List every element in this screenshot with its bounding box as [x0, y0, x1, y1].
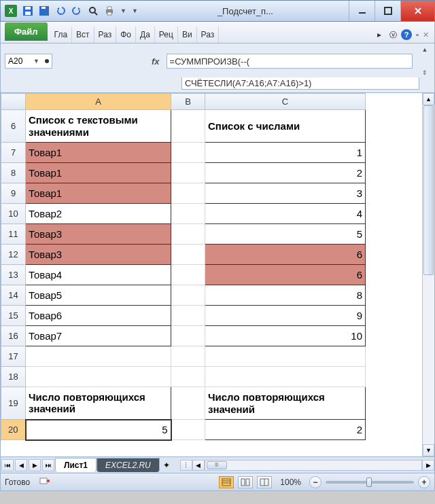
- cell-B18[interactable]: [171, 367, 205, 387]
- fx-icon[interactable]: fx: [152, 56, 160, 67]
- cell-B7[interactable]: [171, 143, 205, 163]
- scroll-down-button[interactable]: ▼: [423, 444, 434, 456]
- view-normal-button[interactable]: [219, 476, 234, 488]
- formula-input[interactable]: =СУММПРОИЗВ(--(: [167, 54, 413, 69]
- qat-dropdown2-icon[interactable]: ▼: [132, 7, 138, 14]
- cell-A8[interactable]: Товар1: [26, 163, 171, 183]
- sheet-nav-prev[interactable]: ◀: [15, 459, 27, 471]
- hscroll-right-button[interactable]: ▶: [422, 460, 434, 471]
- hscroll-thumb[interactable]: Ⅲ: [207, 461, 227, 469]
- row-header-12[interactable]: 12: [1, 245, 26, 265]
- hscroll-track[interactable]: Ⅲ: [205, 460, 422, 471]
- ribbon-tab-6[interactable]: Ви: [178, 26, 197, 43]
- cell-C9[interactable]: 3: [205, 183, 366, 204]
- minimize-button[interactable]: [349, 1, 375, 21]
- cell-B14[interactable]: [171, 285, 205, 306]
- cell-C12[interactable]: 6: [205, 245, 366, 265]
- cell-C14[interactable]: 8: [205, 285, 366, 306]
- ribbon-tab-0[interactable]: Гла: [50, 26, 73, 43]
- ribbon-tab-5[interactable]: Рец: [155, 26, 178, 43]
- file-tab[interactable]: Файл: [5, 22, 48, 41]
- cell-C8[interactable]: 2: [205, 163, 366, 183]
- ribbon-minimize-icon[interactable]: ⓥ: [389, 30, 397, 40]
- formula-collapse-icon[interactable]: ▲: [419, 46, 430, 53]
- print-icon[interactable]: [104, 5, 115, 16]
- zoom-slider-thumb[interactable]: [366, 478, 372, 487]
- sheet-nav-last[interactable]: ⏭: [42, 459, 54, 471]
- cell-C7[interactable]: 1: [205, 143, 366, 163]
- cell-A16[interactable]: Товар7: [26, 326, 171, 346]
- cell-C15[interactable]: 9: [205, 306, 366, 326]
- redo-icon[interactable]: [71, 5, 82, 16]
- row-header-7[interactable]: 7: [1, 143, 26, 163]
- ribbon-tab-3[interactable]: Фо: [116, 26, 136, 43]
- cell-A6[interactable]: Список с текстовыми значениями: [26, 110, 171, 143]
- hscroll-split[interactable]: ⋮: [180, 460, 192, 471]
- zoom-percent[interactable]: 100%: [280, 478, 301, 487]
- cell-B16[interactable]: [171, 326, 205, 346]
- cell-C11[interactable]: 5: [205, 224, 366, 245]
- cell-A9[interactable]: Товар1: [26, 183, 171, 204]
- ribbon-tab-1[interactable]: Вст: [72, 26, 94, 43]
- row-header-10[interactable]: 10: [1, 204, 26, 224]
- cell-B10[interactable]: [171, 204, 205, 224]
- vertical-scrollbar[interactable]: ▲ ▼: [422, 93, 434, 456]
- cell-C20[interactable]: 2: [205, 420, 366, 440]
- zoom-out-button[interactable]: −: [309, 476, 321, 488]
- cell-B19[interactable]: [171, 387, 205, 420]
- cell-A18[interactable]: [26, 367, 171, 387]
- doc-restore-icon[interactable]: ▫: [416, 31, 419, 39]
- name-box[interactable]: A20 ▼: [5, 54, 52, 69]
- ribbon-tab-4[interactable]: Да: [136, 26, 155, 43]
- row-header-11[interactable]: 11: [1, 224, 26, 245]
- close-button[interactable]: [400, 1, 434, 21]
- undo-icon[interactable]: [55, 5, 66, 16]
- cell-B12[interactable]: [171, 245, 205, 265]
- cell-B13[interactable]: [171, 265, 205, 285]
- cell-A14[interactable]: Товар5: [26, 285, 171, 306]
- zoom-slider[interactable]: [326, 481, 414, 484]
- row-header-15[interactable]: 15: [1, 306, 26, 326]
- cell-A12[interactable]: Товар3: [26, 245, 171, 265]
- cell-B20[interactable]: [171, 420, 205, 440]
- cell-C10[interactable]: 4: [205, 204, 366, 224]
- cell-B11[interactable]: [171, 224, 205, 245]
- row-header-13[interactable]: 13: [1, 265, 26, 285]
- cells-table[interactable]: ABC6Список с текстовыми значениямиСписок…: [1, 93, 366, 441]
- cell-B15[interactable]: [171, 306, 205, 326]
- cell-A20[interactable]: 5: [26, 420, 171, 440]
- row-header-18[interactable]: 18: [1, 367, 26, 387]
- cell-B17[interactable]: [171, 346, 205, 367]
- sheet-tab-active[interactable]: Лист1: [55, 458, 97, 472]
- scroll-track[interactable]: [423, 105, 434, 444]
- cell-A13[interactable]: Товар4: [26, 265, 171, 285]
- horizontal-scrollbar[interactable]: ⋮ ◀ Ⅲ ▶: [180, 460, 434, 471]
- cell-C13[interactable]: 6: [205, 265, 366, 285]
- name-box-dropdown-icon[interactable]: ▼: [33, 58, 39, 65]
- qat-dropdown-icon[interactable]: ▼: [120, 7, 126, 14]
- col-header-A[interactable]: A: [26, 94, 171, 110]
- row-header-9[interactable]: 9: [1, 183, 26, 204]
- new-sheet-icon[interactable]: ✦: [160, 461, 173, 470]
- cell-C16[interactable]: 10: [205, 326, 366, 346]
- hscroll-left-button[interactable]: ◀: [192, 460, 205, 471]
- help-icon[interactable]: ?: [401, 29, 412, 40]
- cell-B6[interactable]: [171, 110, 205, 143]
- print-preview-icon[interactable]: [88, 5, 99, 16]
- row-header-20[interactable]: 20: [1, 420, 26, 440]
- scroll-thumb[interactable]: [423, 105, 434, 275]
- formula-expand-icon[interactable]: ⇕: [419, 69, 430, 76]
- cell-B8[interactable]: [171, 163, 205, 183]
- cell-A15[interactable]: Товар6: [26, 306, 171, 326]
- maximize-button[interactable]: [375, 1, 400, 21]
- sheet-nav-first[interactable]: ⏮: [1, 459, 14, 471]
- cell-B9[interactable]: [171, 183, 205, 204]
- cell-A7[interactable]: Товар1: [26, 143, 171, 163]
- save-icon[interactable]: [22, 5, 33, 16]
- ribbon-tab-7[interactable]: Раз: [197, 26, 220, 43]
- zoom-in-button[interactable]: +: [418, 476, 430, 488]
- row-header-17[interactable]: 17: [1, 346, 26, 367]
- macro-record-icon[interactable]: [39, 476, 50, 488]
- cell-A11[interactable]: Товар3: [26, 224, 171, 245]
- select-all-corner[interactable]: [1, 94, 26, 110]
